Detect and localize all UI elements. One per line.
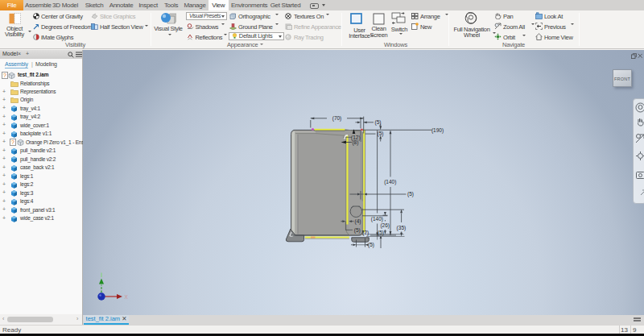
svg-text:(70): (70) (332, 115, 342, 122)
svg-text:(140): (140) (384, 179, 396, 185)
svg-text:(140): (140) (371, 216, 383, 222)
svg-text:(5): (5) (375, 119, 382, 126)
svg-text:(5): (5) (368, 242, 374, 248)
svg-text:(5): (5) (378, 131, 384, 137)
svg-text:(5): (5) (354, 227, 361, 234)
svg-text:X: X (125, 294, 129, 300)
svg-text:(5): (5) (407, 191, 414, 197)
svg-text:(26): (26) (380, 222, 390, 229)
svg-text:(5): (5) (378, 230, 384, 236)
svg-text:?: ? (3, 73, 6, 78)
svg-text:?: ? (11, 139, 14, 145)
svg-text:(4): (4) (355, 218, 361, 225)
svg-text:(8): (8) (352, 139, 358, 146)
svg-text:(35): (35) (397, 225, 407, 231)
svg-text:(190): (190) (431, 127, 444, 134)
